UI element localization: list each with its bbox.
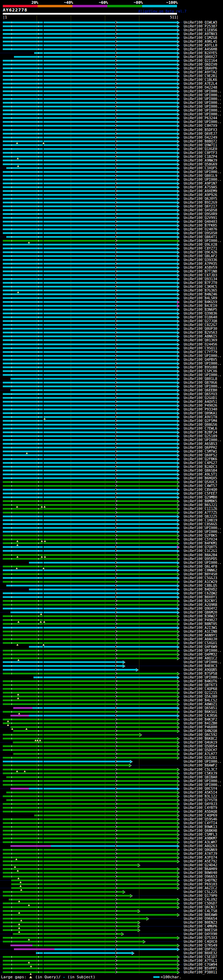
- hit-label[interactable]: UniRef100_B6K8C2: [184, 737, 223, 740]
- hit-label[interactable]: UniRef100_A5BV59: [184, 266, 223, 269]
- hit-label[interactable]: UniRef100_P63244: [184, 116, 223, 120]
- hit-label[interactable]: UniRef100_A7T7Z5: [184, 511, 223, 514]
- hit-label[interactable]: UniRef100_Q7RS49: [184, 943, 223, 947]
- hit-label[interactable]: UniRef100_A9V1T8: [184, 415, 223, 419]
- hit-label[interactable]: UniRef100_P25387: [184, 24, 223, 28]
- hit-label[interactable]: UniRef100_C1H819: [184, 518, 223, 522]
- hit-label[interactable]: UniRef100_C6TJD3: [184, 273, 223, 277]
- hit-label[interactable]: UniRef100_Q9SXS0: [184, 231, 223, 235]
- hit-label[interactable]: UniRef100_B4NZ46: [184, 293, 223, 296]
- hit-label[interactable]: UniRef100_A7E2L4: [184, 82, 223, 86]
- hit-label[interactable]: UniRef100_Q9U4Y2: [184, 607, 223, 611]
- hit-label[interactable]: UniRef100_B7G365: [184, 288, 223, 293]
- hit-label[interactable]: UniRef100_A9P1N7: [184, 181, 223, 185]
- hit-label[interactable]: UniRef100_UPI000..: [184, 89, 223, 93]
- hit-label[interactable]: UniRef100_UPI000..: [184, 108, 223, 112]
- hit-label[interactable]: UniRef100_C8V4Q0: [184, 488, 223, 492]
- hit-label[interactable]: UniRef100_C4JRS6: [184, 714, 223, 718]
- hit-label[interactable]: UniRef100_UPI000..: [184, 660, 223, 664]
- hit-label[interactable]: UniRef100_A9TLL0: [184, 43, 223, 47]
- hit-label[interactable]: UniRef100_Q5XUC3: [184, 480, 223, 484]
- hit-label[interactable]: UniRef100_Q6PPH2: [184, 445, 223, 450]
- hit-label[interactable]: UniRef100_B3RW27: [184, 614, 223, 618]
- hit-label[interactable]: UniRef100_UPI000..: [184, 120, 223, 124]
- hit-label[interactable]: UniRef100_O96653: [184, 875, 223, 878]
- hit-label[interactable]: UniRef100_Q8J225: [184, 514, 223, 518]
- hit-label[interactable]: UniRef100_A1CW29: [184, 580, 223, 584]
- hit-label[interactable]: UniRef100_B9SU88: [184, 365, 223, 369]
- hit-label[interactable]: UniRef100_B8NT05: [184, 622, 223, 626]
- hit-label[interactable]: UniRef100_Q6Y217: [184, 204, 223, 208]
- hit-label[interactable]: UniRef100_C3XQF5: [184, 166, 223, 170]
- hit-label[interactable]: UniRef100_Q1WLW3: [184, 21, 223, 24]
- hit-label[interactable]: UniRef100_B6KSU1: [184, 710, 223, 714]
- hit-label[interactable]: UniRef100_UPI000..: [184, 779, 223, 783]
- hit-label[interactable]: UniRef100_O24076: [184, 228, 223, 231]
- hit-label[interactable]: UniRef100_Q8AVP6: [184, 67, 223, 70]
- hit-label[interactable]: UniRef100_A3FQ74: [184, 856, 223, 859]
- hit-label[interactable]: UniRef100_C7GW94: [184, 963, 223, 966]
- hit-label[interactable]: UniRef100_Q86M20: [184, 611, 223, 614]
- hit-label[interactable]: UniRef100_P49026: [184, 404, 223, 407]
- hit-label[interactable]: UniRef100_Q801L8: [184, 377, 223, 381]
- hit-label[interactable]: UniRef100_O18640: [184, 315, 223, 319]
- hit-label[interactable]: UniRef100_Q5DCH7: [184, 748, 223, 752]
- hit-label[interactable]: UniRef100_B7SP58: [184, 671, 223, 676]
- hit-label[interactable]: UniRef100_C6ZQW2: [184, 591, 223, 595]
- hit-label[interactable]: UniRef100_A0AUJ0: [184, 637, 223, 641]
- hit-label[interactable]: UniRef100_A6SBS3: [184, 442, 223, 445]
- hit-label[interactable]: UniRef100_Q0GN69: [184, 848, 223, 852]
- hit-label[interactable]: UniRef100_B4K3F2: [184, 718, 223, 721]
- hit-label[interactable]: UniRef100_C4PG27: [184, 461, 223, 465]
- hit-label[interactable]: UniRef100_C5L225: [184, 890, 223, 894]
- hit-label[interactable]: UniRef100_O42248: [184, 86, 223, 89]
- hit-label[interactable]: UniRef100_C4WT57: [184, 484, 223, 488]
- hit-label[interactable]: UniRef100_UPI000..: [184, 239, 223, 243]
- hit-label[interactable]: UniRef100_UPI000..: [184, 438, 223, 442]
- hit-label[interactable]: UniRef100_C4YTI4: [184, 821, 223, 825]
- hit-label[interactable]: UniRef100_A9RL45: [184, 40, 223, 43]
- hit-label[interactable]: UniRef100_P38011: [184, 970, 223, 974]
- hit-label[interactable]: UniRef100_Q39836: [184, 312, 223, 315]
- hit-label[interactable]: UniRef100_Q8T6T3: [184, 683, 223, 687]
- hit-label[interactable]: UniRef100_B4JEI0: [184, 304, 223, 308]
- hit-label[interactable]: UniRef100_C4QP68: [184, 687, 223, 691]
- hit-label[interactable]: UniRef100_A7LH77: [184, 752, 223, 756]
- hit-label[interactable]: UniRef100_Q8LAF2: [184, 254, 223, 258]
- hit-label[interactable]: UniRef100_Q21215: [184, 691, 223, 695]
- hit-label[interactable]: UniRef100_Q2FBK6: [184, 457, 223, 461]
- hit-label[interactable]: UniRef100_Q9C4Z6: [184, 250, 223, 254]
- hit-label[interactable]: UniRef100_Q4F6W9: [184, 645, 223, 649]
- hit-label[interactable]: UniRef100_B2BF24: [184, 430, 223, 434]
- hit-label[interactable]: UniRef100_B8BQ72: [184, 139, 223, 143]
- hit-label[interactable]: UniRef100_C5PCX6: [184, 369, 223, 373]
- hit-label[interactable]: UniRef100_A9XEM9: [184, 189, 223, 193]
- hit-label[interactable]: UniRef100_A9NWJ9: [184, 159, 223, 162]
- hit-label[interactable]: UniRef100_Q6DIV0: [184, 62, 223, 67]
- hit-label[interactable]: UniRef100_B5DFX3: [184, 128, 223, 132]
- hit-label[interactable]: UniRef100_C7YT79: [184, 350, 223, 354]
- hit-label[interactable]: UniRef100_Q0CSY4: [184, 787, 223, 791]
- hit-label[interactable]: UniRef100_Q4SDS8: [184, 208, 223, 212]
- hit-label[interactable]: UniRef100_A3LWH7: [184, 840, 223, 844]
- hit-label[interactable]: UniRef100_C9SQ11: [184, 346, 223, 350]
- hit-label[interactable]: UniRef100_Q86SB4: [184, 469, 223, 473]
- hit-label[interactable]: UniRef100_Q4PBV5: [184, 358, 223, 361]
- hit-label[interactable]: UniRef100_C4LU92: [184, 897, 223, 901]
- hit-label[interactable]: UniRef100_UPI000..: [184, 649, 223, 652]
- hit-label[interactable]: UniRef100_Q6VEJ7: [184, 132, 223, 135]
- hit-label[interactable]: UniRef100_P69103: [184, 882, 223, 886]
- hit-label[interactable]: UniRef100_C1BLK6: [184, 78, 223, 82]
- hit-label[interactable]: UniRef100_C4QXC0: [184, 940, 223, 943]
- hit-label[interactable]: UniRef100_B8AWF2: [184, 764, 223, 767]
- hit-label[interactable]: UniRef100_A7S9A5: [184, 185, 223, 189]
- hit-label[interactable]: UniRef100_Q95PD5: [184, 557, 223, 561]
- hit-label[interactable]: UniRef100_A7ATJ9: [184, 852, 223, 856]
- hit-label[interactable]: UniRef100_B2CNY1: [184, 599, 223, 603]
- hit-label[interactable]: UniRef100_A5E792: [184, 859, 223, 863]
- hit-label[interactable]: UniRef100_Q6J0Y5: [184, 197, 223, 200]
- hit-label[interactable]: UniRef100_Q864T1: [184, 235, 223, 239]
- hit-label[interactable]: UniRef100_Q93134: [184, 277, 223, 281]
- hit-label[interactable]: UniRef100_B4DVD2: [184, 587, 223, 591]
- hit-label[interactable]: UniRef100_A9QQB5: [184, 668, 223, 671]
